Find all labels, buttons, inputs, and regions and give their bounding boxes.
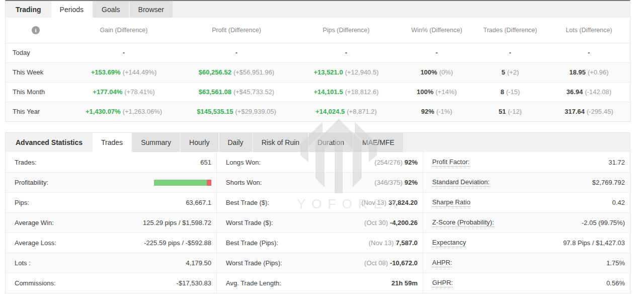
stat-label: Worst Trade ($): [226,219,273,226]
stat-label: Shorts Won: [226,179,262,186]
stats-tabstrip: Advanced Statistics Trades Summary Hourl… [6,133,630,152]
advanced-statistics-panel: Advanced Statistics Trades Summary Hourl… [5,132,630,293]
cell-trades: 5(+2) [472,62,548,82]
stat-label-tooltip[interactable]: GHPR: [432,279,453,287]
stat-label-tooltip[interactable]: Sharpe Ratio [432,198,470,207]
stat-label: Longs Won: [226,159,261,166]
stat-row-best-trade-usd: Best Trade ($): (Nov 13)37,824.20 [217,192,423,212]
stat-label-tooltip[interactable]: Profit Factor: [432,158,469,167]
col-header-lots: Lots (Difference) [548,18,630,43]
stat-label: Avg. Trade Length: [226,279,281,287]
stat-value: 7,587.0 [396,239,418,247]
table-row-this-week: This Week +153.69%(+144.49%) $60,256.52(… [6,62,630,82]
stat-value: 21h 59m [391,279,418,287]
stat-row-best-trade-pips: Best Trade (Pips): (Nov 13)7,587.0 [217,233,423,253]
stat-value: -2.05 (99.75%) [582,219,625,226]
stat-value: -225.59 pips / -$592.88 [144,239,211,247]
stat-label: Lots : [15,259,31,267]
stat-value: 63,667.1 [186,199,211,206]
cell-win: 100%(0%) [401,62,472,82]
row-label: This Month [6,82,66,102]
stat-value: 125.29 pips / $1,598.72 [143,219,211,226]
stat-row-sharpe-ratio: Sharpe Ratio 0.42 [423,192,630,212]
cell-pips: +13,521.0(+12,940.5) [291,62,401,82]
stat-label: Profitability: [15,179,48,186]
stat-label-tooltip[interactable]: Z-Score (Probability): [432,218,494,227]
table-row-today: Today - - - - - - [6,43,630,62]
stat-row-standard-deviation: Standard Deviation: $2,769.792 [423,172,630,192]
tab-browser[interactable]: Browser [130,1,173,18]
stat-prefix: (Nov 13) [361,199,386,206]
stat-label-tooltip[interactable]: Expectancy [432,239,466,247]
info-header-cell: i [6,18,66,43]
stat-value: -10,672.0 [390,259,418,267]
info-icon[interactable]: i [32,26,40,34]
stat-value: 97.8 Pips / $1,427.03 [563,239,625,247]
row-label: This Year [6,102,66,121]
periods-panel: Trading Periods Goals Browser i Gain (Di… [5,0,630,122]
stat-row-ghpr: GHPR: 0.56% [423,273,630,293]
cell-gain: +1,430.07%(+1,263.06%) [66,102,182,121]
stat-value: 651 [200,159,211,166]
stat-value: $2,769.792 [592,179,625,186]
stat-value: 92% [405,179,418,186]
tab-periods[interactable]: Periods [51,1,92,18]
cell-lots: - [548,43,630,62]
stat-row-longs-won: Longs Won: (254/276)92% [217,152,423,172]
cell-profit: $60,256.52(+$56,951.96) [182,62,291,82]
stat-row-expectancy: Expectancy 97.8 Pips / $1,427.03 [423,233,630,253]
tab-duration[interactable]: Duration [309,133,353,152]
cell-profit: $145,535.15(+$29,939.05) [182,102,291,121]
cell-gain: - [66,43,182,62]
stat-label: Commissions: [15,279,56,287]
stat-row-pips: Pips: 63,667.1 [6,192,216,212]
stats-grid: Trades: 651 Profitability: Pips: 63,667.… [6,152,630,293]
cell-win: 92%(-1%) [401,102,472,121]
stat-value: 0.56% [606,279,625,287]
panel-title-advanced-statistics: Advanced Statistics [6,133,93,152]
cell-pips: +14,024.5(+8,871.2) [291,102,401,121]
stat-value: 37,824.20 [388,199,418,206]
stat-label-tooltip[interactable]: Standard Deviation: [432,178,490,187]
stat-prefix: (254/276) [374,159,403,166]
cell-profit: - [182,43,291,62]
stat-row-lots: Lots : 4,179.50 [6,253,216,273]
col-header-trades: Trades (Difference) [472,18,548,43]
stat-row-worst-trade-usd: Worst Trade ($): (Oct 30)-4,200.26 [217,212,423,233]
stat-label-tooltip[interactable]: AHPR: [432,259,452,267]
row-label: Today [6,43,66,62]
tab-summary[interactable]: Summary [132,133,180,152]
stat-row-profit-factor: Profit Factor: 31.72 [423,152,630,172]
row-label: This Week [6,62,66,82]
stats-col-left: Trades: 651 Profitability: Pips: 63,667.… [6,152,217,293]
trading-dashboard: Trading Periods Goals Browser i Gain (Di… [0,0,644,302]
stat-row-average-win: Average Win: 125.29 pips / $1,598.72 [6,212,216,233]
tab-mae-mfe[interactable]: MAE/MFE [354,133,403,152]
col-header-profit: Profit (Difference) [182,18,291,43]
tab-trades[interactable]: Trades [93,133,131,152]
periods-tabstrip: Trading Periods Goals Browser [6,1,630,18]
cell-win: 100%(+14%) [401,82,472,102]
stat-row-ahpr: AHPR: 1.75% [423,253,630,273]
stat-value: 31.72 [608,159,625,166]
stat-prefix: (346/375) [374,179,403,186]
stat-value: 92% [405,159,418,166]
stat-row-avg-trade-length: Avg. Trade Length: 21h 59m [217,273,423,293]
stat-label: Best Trade ($): [226,199,269,206]
cell-trades: 8(-15) [472,82,548,102]
cell-pips: - [291,43,401,62]
col-header-gain: Gain (Difference) [66,18,182,43]
panel-title-trading: Trading [6,1,51,18]
tab-hourly[interactable]: Hourly [181,133,218,152]
stat-row-z-score: Z-Score (Probability): -2.05 (99.75%) [423,212,630,233]
tab-daily[interactable]: Daily [219,133,252,152]
col-header-pips: Pips (Difference) [291,18,401,43]
col-header-win: Win% (Difference) [401,18,472,43]
tab-risk-of-ruin[interactable]: Risk of Ruin [253,133,308,152]
stat-label: Average Win: [15,219,54,226]
cell-lots: 18.95(+0.96) [548,62,630,82]
stat-value: 0.42 [612,199,625,206]
tab-goals[interactable]: Goals [93,1,129,18]
stat-label: Trades: [15,159,37,166]
cell-trades: 51(-12) [472,102,548,121]
